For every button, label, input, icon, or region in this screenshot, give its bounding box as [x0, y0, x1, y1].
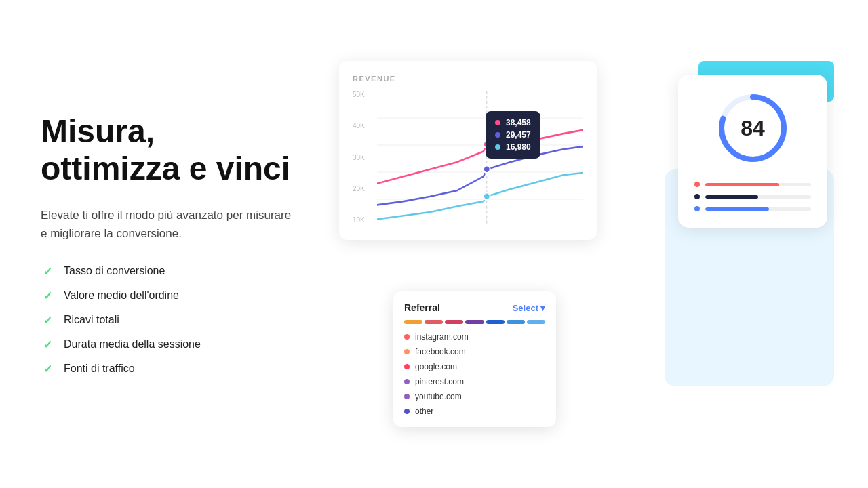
tooltip-dot-2: [495, 132, 500, 138]
feature-text: Valore medio dell'ordine: [64, 289, 179, 302]
feature-text: Ricavi totali: [64, 314, 119, 326]
chart-title: REVENUE: [353, 75, 583, 83]
color-bar-5: [486, 320, 505, 324]
score-bar-row-1: [694, 182, 811, 187]
feature-text: Tasso di conversione: [64, 265, 165, 277]
color-bars: [404, 320, 545, 324]
score-bar-dot-3: [694, 206, 700, 211]
score-circle: 84: [715, 91, 790, 165]
score-bar-dot-2: [694, 194, 700, 199]
referral-name: pinterest.com: [415, 377, 464, 386]
referral-dot: [404, 364, 410, 369]
feature-text: Fonti di traffico: [64, 363, 135, 375]
referral-dot: [404, 379, 410, 384]
referral-card: Referral Select ▾ instagram.com: [393, 291, 556, 427]
referral-title: Referral: [404, 302, 440, 313]
list-item: google.com: [404, 362, 545, 371]
score-bar-fill-3: [705, 207, 769, 211]
score-bar-fill-2: [705, 195, 758, 199]
y-label-50k: 50K: [353, 91, 365, 98]
referral-name: other: [415, 407, 433, 416]
chevron-down-icon: ▾: [540, 303, 545, 313]
feature-item: ✓Durata media della sessione: [41, 338, 298, 351]
check-icon: ✓: [41, 289, 54, 302]
tooltip-value-1: 38,458: [506, 118, 531, 127]
chart-tooltip: 38,458 29,457 16,980: [486, 111, 540, 159]
score-bar-fill-1: [705, 183, 779, 186]
svg-point-9: [484, 193, 490, 201]
y-axis: 50K 40K 30K 20K 10K: [353, 91, 365, 226]
tooltip-value-2: 29,457: [506, 130, 531, 140]
list-item: facebook.com: [404, 347, 545, 357]
tooltip-value-3: 16,980: [506, 142, 531, 152]
feature-item: ✓Valore medio dell'ordine: [41, 289, 298, 302]
feature-item: ✓Ricavi totali: [41, 313, 298, 327]
chart-card: REVENUE 50K 40K 30K 20K 10K: [339, 61, 597, 240]
score-number: 84: [741, 116, 765, 141]
page-wrapper: Misura, ottimizza e vinci Elevate ti off…: [0, 0, 868, 488]
tooltip-row-3: 16,980: [495, 142, 531, 152]
feature-item: ✓Tasso di conversione: [41, 264, 298, 278]
color-bar-1: [404, 320, 422, 324]
referral-name: facebook.com: [415, 347, 466, 357]
check-icon: ✓: [41, 264, 54, 278]
referral-header: Referral Select ▾: [404, 302, 545, 313]
referral-dot: [404, 394, 410, 399]
score-bar-dot-1: [694, 182, 700, 187]
score-bar-row-2: [694, 194, 811, 199]
score-card: 84: [678, 75, 827, 228]
tooltip-dot-1: [495, 120, 500, 125]
score-bar-track-3: [705, 207, 811, 211]
score-bars: [694, 182, 811, 211]
select-button[interactable]: Select ▾: [513, 303, 545, 313]
referral-dot: [404, 334, 410, 340]
y-label-20k: 20K: [353, 185, 365, 192]
y-label-10k: 10K: [353, 216, 365, 224]
score-bar-row-3: [694, 206, 811, 211]
score-bar-track-2: [705, 195, 811, 199]
referral-list: instagram.com facebook.com google.com pi…: [404, 332, 545, 416]
color-bar-7: [527, 320, 545, 324]
score-bar-track-1: [705, 183, 811, 186]
feature-item: ✓Fonti di traffico: [41, 362, 298, 375]
referral-name: youtube.com: [415, 392, 462, 401]
feature-list: ✓Tasso di conversione✓Valore medio dell'…: [41, 264, 298, 375]
y-label-40k: 40K: [353, 122, 365, 129]
right-panel: REVENUE 50K 40K 30K 20K 10K: [326, 61, 827, 427]
list-item: youtube.com: [404, 392, 545, 401]
tooltip-dot-3: [495, 144, 500, 150]
chart-area: 50K 40K 30K 20K 10K: [353, 91, 583, 226]
color-bar-6: [507, 320, 525, 324]
color-bar-4: [465, 320, 484, 324]
svg-point-8: [484, 166, 490, 174]
list-item: pinterest.com: [404, 377, 545, 386]
referral-name: google.com: [415, 362, 457, 371]
referral-dot: [404, 409, 410, 414]
check-icon: ✓: [41, 338, 54, 351]
subtitle: Elevate ti offre il modo più avanzato pe…: [41, 206, 298, 243]
y-label-30k: 30K: [353, 154, 365, 161]
color-bar-3: [445, 320, 463, 324]
referral-name: instagram.com: [415, 332, 469, 342]
left-panel: Misura, ottimizza e vinci Elevate ti off…: [41, 113, 326, 376]
main-title: Misura, ottimizza e vinci: [41, 113, 298, 187]
check-icon: ✓: [41, 313, 54, 327]
list-item: other: [404, 407, 545, 416]
tooltip-row-1: 38,458: [495, 118, 531, 127]
check-icon: ✓: [41, 362, 54, 375]
feature-text: Durata media della sessione: [64, 338, 201, 350]
tooltip-row-2: 29,457: [495, 130, 531, 140]
list-item: instagram.com: [404, 332, 545, 342]
referral-dot: [404, 349, 410, 354]
chart-svg-area: 38,458 29,457 16,980: [377, 91, 583, 226]
color-bar-2: [425, 320, 443, 324]
